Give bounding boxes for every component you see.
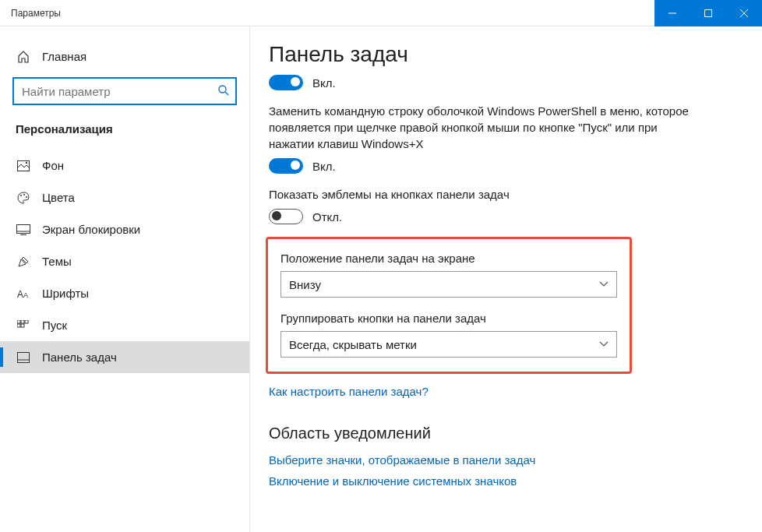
search-container xyxy=(0,71,249,116)
svg-text:A: A xyxy=(17,289,23,299)
palette-icon xyxy=(16,192,31,204)
title-bar: Параметры xyxy=(0,0,762,26)
start-icon xyxy=(16,320,31,331)
svg-line-5 xyxy=(225,92,228,95)
sidebar-item-themes[interactable]: Темы xyxy=(0,245,249,277)
svg-rect-11 xyxy=(17,224,30,233)
position-value: Внизу xyxy=(289,278,321,291)
minimize-button[interactable] xyxy=(654,0,690,26)
sidebar-item-start[interactable]: Пуск xyxy=(0,309,249,341)
toggle-switch-2[interactable] xyxy=(269,158,303,174)
sidebar-item-label: Шрифты xyxy=(42,287,89,300)
home-label: Главная xyxy=(42,50,86,63)
svg-point-8 xyxy=(20,195,22,196)
notification-area-heading: Область уведомлений xyxy=(269,425,739,442)
sidebar-item-lockscreen[interactable]: Экран блокировки xyxy=(0,213,249,245)
sidebar-item-label: Фон xyxy=(42,159,64,172)
sidebar-item-label: Пуск xyxy=(42,319,67,332)
svg-rect-18 xyxy=(25,320,28,323)
group-dropdown[interactable]: Всегда, скрывать метки xyxy=(280,331,617,358)
svg-rect-16 xyxy=(17,320,20,323)
toggle-state-3: Откл. xyxy=(312,210,342,224)
svg-point-4 xyxy=(219,86,226,93)
fonts-icon: AA xyxy=(16,288,31,299)
search-icon xyxy=(218,85,229,96)
close-button[interactable] xyxy=(726,0,762,26)
sidebar-item-background[interactable]: Фон xyxy=(0,150,249,181)
group-label: Группировать кнопки на панели задач xyxy=(280,312,617,325)
sidebar-item-colors[interactable]: Цвета xyxy=(0,181,249,213)
toggle-row-3: Откл. xyxy=(269,209,739,224)
sidebar-item-taskbar[interactable]: Панель задач xyxy=(0,341,249,373)
themes-icon xyxy=(16,255,31,268)
sidebar-item-label: Темы xyxy=(42,255,72,268)
chevron-down-icon xyxy=(599,281,609,287)
home-link[interactable]: Главная xyxy=(0,42,249,71)
minimize-icon xyxy=(669,9,676,17)
position-label: Положение панели задач на экране xyxy=(280,252,617,265)
svg-rect-19 xyxy=(17,324,20,327)
window-title: Параметры xyxy=(0,8,61,19)
lockscreen-icon xyxy=(16,224,31,235)
picture-icon xyxy=(16,160,31,171)
system-icons-link[interactable]: Включение и выключение системных значков xyxy=(269,474,739,488)
toggle-switch-1[interactable] xyxy=(269,75,303,90)
svg-rect-20 xyxy=(21,324,24,327)
svg-text:A: A xyxy=(23,291,28,299)
powershell-description: Заменить командную строку оболочкой Wind… xyxy=(269,103,705,152)
maximize-button[interactable] xyxy=(690,0,726,26)
page-title: Панель задач xyxy=(269,42,739,67)
window-controls xyxy=(654,0,762,26)
svg-point-7 xyxy=(26,161,27,163)
taskbar-icon xyxy=(16,352,31,363)
sidebar-item-label: Экран блокировки xyxy=(42,223,140,236)
group-value: Всегда, скрывать метки xyxy=(289,338,417,351)
chevron-down-icon xyxy=(599,341,609,347)
svg-rect-21 xyxy=(18,352,30,362)
svg-point-10 xyxy=(26,196,27,198)
section-title: Персонализация xyxy=(0,116,249,150)
main-panel: Панель задач Вкл. Заменить командную стр… xyxy=(250,26,762,532)
svg-point-9 xyxy=(23,194,25,196)
toggle-state-1: Вкл. xyxy=(312,76,336,90)
select-icons-link[interactable]: Выберите значки, отображаемые в панели з… xyxy=(269,453,739,467)
search-input[interactable] xyxy=(12,77,237,105)
toggle-row-1: Вкл. xyxy=(269,75,739,90)
sidebar-item-label: Панель задач xyxy=(42,351,117,364)
close-icon xyxy=(740,9,748,17)
sidebar-item-fonts[interactable]: AA Шрифты xyxy=(0,277,249,309)
svg-rect-17 xyxy=(21,320,24,323)
toggle-state-2: Вкл. xyxy=(312,160,336,173)
sidebar: Главная Персонализация Фон Цвета Экран б… xyxy=(0,26,250,532)
sidebar-item-label: Цвета xyxy=(42,191,75,204)
highlight-box: Положение панели задач на экране Внизу Г… xyxy=(266,237,632,374)
help-link[interactable]: Как настроить панели задач? xyxy=(269,385,739,398)
toggle-switch-3[interactable] xyxy=(269,209,303,224)
toggle-row-2: Вкл. xyxy=(269,158,739,174)
position-dropdown[interactable]: Внизу xyxy=(280,271,617,298)
badges-description: Показать эмблемы на кнопках панели задач xyxy=(269,186,705,203)
home-icon xyxy=(16,51,31,63)
svg-rect-1 xyxy=(705,9,712,16)
maximize-icon xyxy=(704,9,712,17)
